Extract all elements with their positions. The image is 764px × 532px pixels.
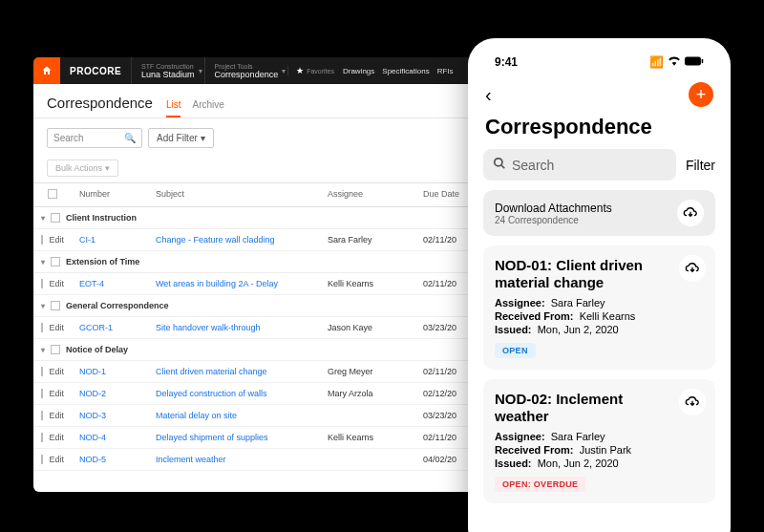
page-title: Correspondence xyxy=(47,95,153,111)
chevron-down-icon: ▾ xyxy=(41,346,45,354)
correspondence-card[interactable]: NOD-02: Inclement weather Assignee: Sara… xyxy=(483,379,715,503)
card-assignee: Assignee: Sara Farley xyxy=(495,297,704,309)
cell-number[interactable]: NOD-1 xyxy=(72,361,148,382)
add-filter-button[interactable]: Add Filter ▾ xyxy=(148,128,214,148)
svg-rect-0 xyxy=(685,56,701,65)
mobile-header: ‹ + xyxy=(483,78,715,113)
row-checkbox[interactable] xyxy=(41,279,43,288)
wifi-icon xyxy=(668,55,681,69)
cell-assignee: Kelli Kearns xyxy=(320,273,415,294)
correspondence-card[interactable]: NOD-01: Client driven material change As… xyxy=(483,245,715,370)
cell-number[interactable]: CI-1 xyxy=(72,229,148,250)
back-button[interactable]: ‹ xyxy=(485,84,492,106)
status-bar: 9:41 📶 xyxy=(483,52,715,78)
bulk-actions-button[interactable]: Bulk Actions ▾ xyxy=(47,160,118,177)
search-placeholder: Search xyxy=(512,158,554,173)
tools-label: Project Tools xyxy=(215,63,279,70)
row-checkbox[interactable] xyxy=(41,323,43,332)
cell-number[interactable]: GCOR-1 xyxy=(72,317,148,338)
favorites-label: Favorites xyxy=(307,68,334,74)
edit-link[interactable]: Edit xyxy=(49,433,64,442)
row-checkbox[interactable] xyxy=(41,411,43,420)
project-value: Luna Stadium xyxy=(141,70,195,79)
signal-icon: 📶 xyxy=(649,55,664,69)
tools-value: Correspondence xyxy=(215,70,279,79)
card-issued: Issued: Mon, Jun 2, 2020 xyxy=(495,324,704,335)
cell-assignee: Mary Arzola xyxy=(320,383,415,404)
cell-subject[interactable]: Delayed construction of walls xyxy=(148,383,320,404)
tab-list[interactable]: List xyxy=(166,94,181,117)
fav-link[interactable]: RFIs xyxy=(437,67,454,75)
cell-subject[interactable]: Site handover walk-through xyxy=(148,317,320,338)
chevron-down-icon: ▾ xyxy=(41,258,45,266)
fav-link[interactable]: Specifications xyxy=(382,67,429,75)
cloud-download-icon[interactable] xyxy=(679,389,706,415)
col-assignee[interactable]: Assignee xyxy=(320,183,415,206)
home-icon[interactable] xyxy=(33,57,60,84)
group-checkbox[interactable] xyxy=(51,213,60,223)
banner-subtitle: 24 Correspondence xyxy=(495,215,612,225)
cloud-download-icon[interactable] xyxy=(677,200,704,226)
group-name: Notice of Delay xyxy=(66,345,128,354)
edit-link[interactable]: Edit xyxy=(49,411,64,420)
edit-link[interactable]: Edit xyxy=(49,235,64,245)
favorites-links: Drawings Specifications RFIs xyxy=(337,67,454,75)
add-button[interactable]: + xyxy=(689,82,713,107)
row-checkbox[interactable] xyxy=(41,455,43,464)
view-tabs: List Archive xyxy=(166,94,224,117)
row-checkbox[interactable] xyxy=(41,235,43,245)
mobile-title: Correspondence xyxy=(483,113,715,149)
cell-assignee: Jason Kaye xyxy=(320,317,415,338)
edit-link[interactable]: Edit xyxy=(49,367,64,376)
group-checkbox[interactable] xyxy=(51,345,60,354)
filter-button[interactable]: Filter xyxy=(686,158,715,173)
cell-subject[interactable]: Delayed shipment of supplies xyxy=(148,427,320,448)
search-icon: 🔍 xyxy=(124,133,136,143)
project-dropdown[interactable]: STF Construction Luna Stadium xyxy=(131,57,204,84)
mobile-window: 9:41 📶 ‹ + Correspondence Search Filter … xyxy=(468,38,731,532)
cell-assignee xyxy=(320,454,415,465)
cell-subject[interactable]: Material delay on site xyxy=(148,405,320,426)
group-checkbox[interactable] xyxy=(51,257,60,266)
download-banner[interactable]: Download Attachments 24 Correspondence xyxy=(483,190,715,236)
cell-number[interactable]: NOD-2 xyxy=(72,383,148,404)
cell-subject[interactable]: Change - Feature wall cladding xyxy=(148,229,320,250)
svg-line-3 xyxy=(501,165,505,169)
select-all-checkbox[interactable] xyxy=(48,189,57,199)
star-icon: ★ xyxy=(296,66,304,75)
group-name: Extension of Time xyxy=(66,257,139,266)
cell-subject[interactable]: Wet areas in building 2A - Delay xyxy=(148,273,320,294)
group-name: General Correspondence xyxy=(66,301,169,310)
search-input[interactable]: Search 🔍 xyxy=(47,128,142,148)
card-title: NOD-01: Client driven material change xyxy=(495,257,704,291)
card-assignee: Assignee: Sara Farley xyxy=(495,431,704,442)
cell-subject[interactable]: Client driven material change xyxy=(148,361,320,382)
status-time: 9:41 xyxy=(495,55,518,69)
tab-archive[interactable]: Archive xyxy=(192,94,223,117)
edit-link[interactable]: Edit xyxy=(49,389,64,398)
edit-link[interactable]: Edit xyxy=(49,323,64,332)
group-checkbox[interactable] xyxy=(51,301,60,310)
cell-assignee: Sara Farley xyxy=(320,229,415,250)
mobile-search-input[interactable]: Search xyxy=(483,149,676,181)
svg-point-2 xyxy=(495,159,502,166)
row-checkbox[interactable] xyxy=(41,433,43,442)
row-checkbox[interactable] xyxy=(41,389,43,398)
fav-link[interactable]: Drawings xyxy=(343,67,374,75)
cloud-download-icon[interactable] xyxy=(679,255,706,282)
col-number[interactable]: Number xyxy=(72,183,148,206)
edit-link[interactable]: Edit xyxy=(49,279,64,288)
cell-subject[interactable]: Inclement weather xyxy=(148,449,320,470)
edit-link[interactable]: Edit xyxy=(49,455,64,464)
search-row: Search Filter xyxy=(483,149,715,181)
cell-number[interactable]: EOT-4 xyxy=(72,273,148,294)
logo: PROCORE xyxy=(60,66,131,76)
row-checkbox[interactable] xyxy=(41,367,43,376)
project-label: STF Construction xyxy=(141,63,195,70)
tools-dropdown[interactable]: Project Tools Correspondence xyxy=(204,57,288,84)
col-subject[interactable]: Subject xyxy=(148,183,320,206)
cell-number[interactable]: NOD-5 xyxy=(72,449,148,470)
cell-number[interactable]: NOD-3 xyxy=(72,405,148,426)
cell-number[interactable]: NOD-4 xyxy=(72,427,148,448)
status-badge: OPEN: OVERDUE xyxy=(495,477,585,492)
